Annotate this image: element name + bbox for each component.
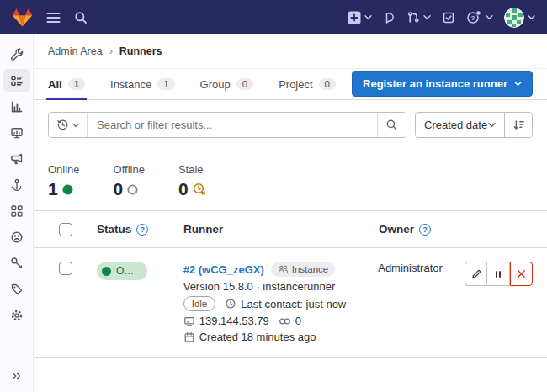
wrench-icon bbox=[10, 48, 24, 61]
todos-icon[interactable] bbox=[442, 11, 455, 24]
status-badge: Online bbox=[97, 262, 147, 280]
runner-version-line: Version 15.8.0 · instancerunner bbox=[183, 280, 379, 293]
sidebar-item-applications[interactable] bbox=[3, 199, 30, 222]
pencil-icon bbox=[470, 268, 482, 280]
sidebar-item-analytics[interactable] bbox=[3, 95, 30, 118]
search-input[interactable] bbox=[88, 113, 377, 137]
delete-runner-button[interactable] bbox=[510, 262, 533, 286]
bar-chart-icon bbox=[10, 100, 24, 114]
last-contact-text: Last contact: just now bbox=[241, 298, 346, 310]
calendar-icon bbox=[183, 331, 195, 343]
hamburger-menu-icon[interactable] bbox=[46, 12, 61, 24]
runner-stats: Online 1 Offline 0 Stale 0 bbox=[48, 163, 533, 199]
stat-offline: Offline 0 bbox=[114, 163, 145, 199]
hook-icon bbox=[10, 178, 24, 192]
breadcrumb-separator: › bbox=[109, 45, 113, 57]
pause-runner-button[interactable] bbox=[487, 262, 510, 286]
top-navbar: ? bbox=[0, 0, 547, 34]
tab-instance[interactable]: Instance 1 bbox=[110, 69, 175, 99]
sort-direction-button[interactable] bbox=[504, 113, 532, 137]
sidebar-collapse-toggle[interactable] bbox=[0, 370, 34, 382]
sort-by-dropdown[interactable]: Created date bbox=[416, 113, 504, 137]
offline-ring-icon bbox=[127, 184, 138, 195]
monitor-icon bbox=[10, 126, 24, 140]
breadcrumb-admin-area[interactable]: Admin Area bbox=[48, 45, 103, 57]
tab-instance-count: 1 bbox=[157, 78, 174, 90]
select-all-checkbox[interactable] bbox=[59, 223, 72, 236]
search-submit-button[interactable] bbox=[377, 113, 406, 137]
runners-table: Status ? Runner Owner ? Online bbox=[34, 210, 547, 358]
gitlab-logo[interactable] bbox=[12, 8, 33, 28]
runner-link[interactable]: #2 (wCG_zeGX) bbox=[183, 263, 264, 276]
help-icon: ? bbox=[466, 10, 482, 24]
issues-icon[interactable] bbox=[383, 11, 396, 24]
search-icon[interactable] bbox=[74, 11, 88, 24]
table-header-row: Status ? Runner Owner ? bbox=[34, 211, 547, 248]
row-checkbox[interactable] bbox=[59, 262, 72, 275]
history-clock-icon bbox=[56, 119, 69, 131]
sort-controls: Created date bbox=[415, 112, 533, 138]
idle-badge: Idle bbox=[183, 296, 216, 311]
stat-stale: Stale 0 bbox=[178, 163, 206, 199]
admin-sidebar bbox=[0, 34, 34, 392]
sidebar-item-settings[interactable] bbox=[3, 304, 30, 326]
filter-toolbar: Created date bbox=[48, 112, 533, 138]
online-dot-icon bbox=[102, 267, 111, 276]
merge-request-icon bbox=[406, 11, 420, 24]
pause-icon bbox=[493, 269, 503, 279]
svg-text:?: ? bbox=[471, 14, 475, 22]
overview-list-icon bbox=[10, 74, 24, 87]
instance-type-badge: Instance bbox=[271, 262, 335, 277]
register-instance-runner-button[interactable]: Register an instance runner bbox=[352, 71, 533, 97]
merge-requests-dropdown[interactable] bbox=[406, 11, 431, 24]
people-icon bbox=[278, 264, 289, 274]
breadcrumb: Admin Area › Runners bbox=[34, 34, 547, 69]
label-tag-icon bbox=[10, 283, 24, 296]
sidebar-item-admin-overview[interactable] bbox=[3, 43, 30, 66]
owner-column-header: Owner bbox=[379, 223, 414, 236]
megaphone-icon bbox=[10, 152, 24, 166]
sidebar-item-abuse-reports[interactable] bbox=[3, 225, 30, 248]
sidebar-item-messages[interactable] bbox=[3, 147, 30, 170]
sidebar-item-deploy-keys[interactable] bbox=[3, 252, 30, 274]
created-text: Created 18 minutes ago bbox=[199, 331, 316, 343]
avatar bbox=[504, 8, 524, 28]
sidebar-item-overview-selected[interactable] bbox=[3, 69, 30, 92]
status-column-header: Status bbox=[97, 223, 131, 236]
tab-project-count: 0 bbox=[319, 78, 336, 90]
grid-icon bbox=[10, 204, 24, 218]
close-x-icon bbox=[516, 268, 527, 279]
tab-all-count: 1 bbox=[68, 78, 85, 90]
tab-project[interactable]: Project 0 bbox=[279, 69, 336, 99]
owner-help-icon[interactable]: ? bbox=[419, 224, 431, 236]
sidebar-item-monitoring[interactable] bbox=[3, 121, 30, 144]
double-chevron-right-icon bbox=[11, 370, 23, 382]
stale-clock-icon bbox=[193, 183, 206, 196]
runner-owner: Administrator bbox=[378, 262, 443, 274]
tab-all[interactable]: All 1 bbox=[48, 69, 85, 99]
status-help-icon[interactable]: ? bbox=[136, 224, 148, 236]
clock-icon bbox=[225, 298, 236, 310]
plus-square-icon bbox=[348, 11, 361, 24]
new-menu-dropdown[interactable] bbox=[348, 11, 372, 24]
help-dropdown[interactable]: ? bbox=[466, 10, 493, 24]
jobs-count: 0 bbox=[295, 315, 301, 327]
frown-face-icon bbox=[10, 230, 24, 244]
key-icon bbox=[10, 257, 24, 270]
runner-row: Online #2 (wCG_zeGX) Instance bbox=[34, 248, 547, 358]
search-history-dropdown[interactable] bbox=[49, 113, 88, 137]
tab-group-count: 0 bbox=[236, 78, 253, 90]
edit-runner-button[interactable] bbox=[465, 262, 487, 286]
chevron-down-icon bbox=[72, 123, 79, 128]
stat-online: Online 1 bbox=[48, 163, 80, 199]
breadcrumb-runners: Runners bbox=[119, 45, 162, 57]
online-dot-icon bbox=[62, 184, 73, 195]
sidebar-item-labels[interactable] bbox=[3, 278, 30, 300]
sidebar-item-system-hooks[interactable] bbox=[3, 173, 30, 196]
tab-group[interactable]: Group 0 bbox=[200, 69, 254, 99]
link-icon bbox=[279, 316, 291, 326]
runner-column-header: Runner bbox=[183, 223, 223, 236]
chevron-down-icon bbox=[486, 14, 493, 20]
user-menu-dropdown[interactable] bbox=[504, 8, 535, 28]
chevron-down-icon bbox=[423, 14, 431, 20]
